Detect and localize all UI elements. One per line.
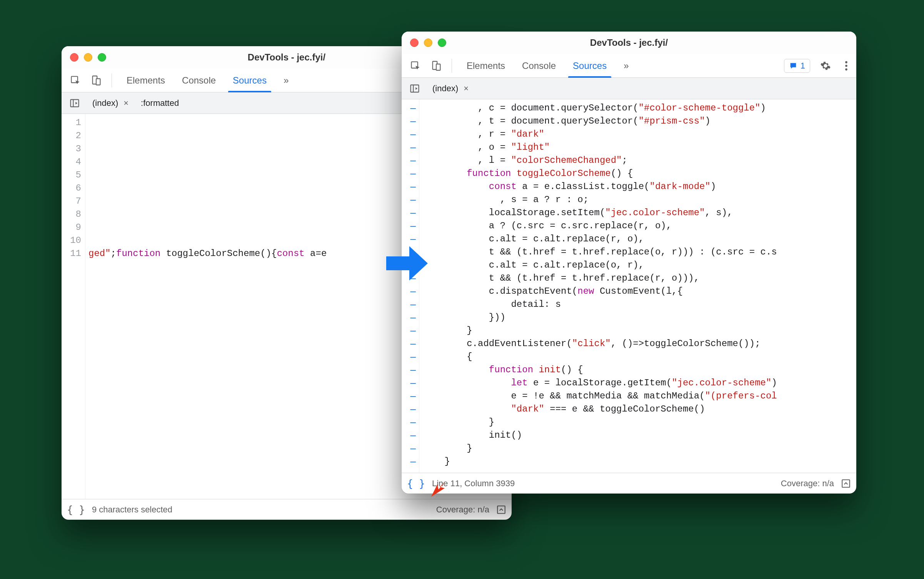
- status-selection: 9 characters selected: [92, 505, 172, 515]
- file-tab-label: :formatted: [141, 98, 179, 108]
- tab-console[interactable]: Console: [514, 54, 564, 77]
- status-bar: { } 9 characters selected Coverage: n/a: [62, 499, 512, 520]
- tab-sources[interactable]: Sources: [224, 69, 275, 92]
- issues-count: 1: [801, 61, 805, 71]
- annotation-arrow-red: [426, 476, 451, 500]
- status-coverage: Coverage: n/a: [781, 479, 834, 489]
- file-tab-formatted[interactable]: :formatted: [137, 96, 183, 110]
- close-icon[interactable]: ×: [123, 98, 128, 108]
- svg-rect-11: [411, 85, 419, 92]
- code-area[interactable]: , c = document.querySelector("#color-sch…: [419, 99, 856, 473]
- pretty-print-icon[interactable]: { }: [407, 478, 425, 489]
- zoom-dot[interactable]: [438, 38, 446, 47]
- svg-point-10: [845, 68, 847, 70]
- file-tab-index[interactable]: (index) ×: [429, 81, 472, 96]
- navigator-toggle-icon[interactable]: [405, 80, 424, 97]
- code-editor[interactable]: ––––––– ––––––– ––––––– ––––––– , c = do…: [402, 99, 856, 473]
- panel-tabs: Elements Console Sources »: [458, 54, 637, 77]
- svg-rect-2: [96, 79, 100, 85]
- devtools-window-right: DevTools - jec.fyi/ Elements Console Sou…: [402, 32, 856, 494]
- tab-elements[interactable]: Elements: [458, 54, 514, 77]
- close-dot[interactable]: [410, 38, 419, 47]
- minimize-dot[interactable]: [424, 38, 432, 47]
- separator: [452, 59, 452, 73]
- panel-tabs: Elements Console Sources »: [118, 69, 297, 92]
- file-tab-index[interactable]: (index) ×: [88, 96, 132, 110]
- svg-rect-12: [842, 480, 850, 487]
- window-title: DevTools - jec.fyi/: [402, 37, 856, 48]
- line-gutter: 123 456 789 1011: [62, 114, 85, 499]
- separator: [112, 74, 112, 87]
- file-tab-label: (index): [92, 98, 118, 108]
- device-icon[interactable]: [427, 57, 445, 74]
- inspect-icon[interactable]: [66, 72, 85, 89]
- close-icon[interactable]: ×: [464, 84, 469, 94]
- kebab-icon[interactable]: [841, 57, 852, 74]
- file-tabstrip: (index) ×: [402, 78, 856, 99]
- collapse-icon[interactable]: [496, 505, 506, 515]
- navigator-toggle-icon[interactable]: [65, 95, 84, 112]
- issues-badge[interactable]: 1: [784, 59, 810, 73]
- tab-sources[interactable]: Sources: [564, 54, 615, 77]
- close-dot[interactable]: [70, 53, 78, 62]
- titlebar[interactable]: DevTools - jec.fyi/: [402, 32, 856, 54]
- status-bar: { } Line 11, Column 3939 Coverage: n/a: [402, 473, 856, 494]
- minimize-dot[interactable]: [84, 53, 92, 62]
- traffic-lights: [410, 38, 446, 47]
- collapse-icon[interactable]: [841, 479, 851, 489]
- traffic-lights: [70, 53, 106, 62]
- file-tab-label: (index): [432, 84, 458, 94]
- tab-console[interactable]: Console: [173, 69, 224, 92]
- tab-elements[interactable]: Elements: [118, 69, 173, 92]
- svg-point-9: [845, 65, 847, 67]
- tab-more[interactable]: »: [275, 69, 297, 92]
- main-toolbar: Elements Console Sources » 1: [402, 54, 856, 78]
- inspect-icon[interactable]: [406, 57, 425, 74]
- gear-icon[interactable]: [816, 57, 835, 74]
- pretty-print-icon[interactable]: { }: [67, 504, 85, 515]
- zoom-dot[interactable]: [98, 53, 106, 62]
- svg-rect-3: [71, 99, 79, 107]
- svg-point-8: [845, 61, 847, 63]
- status-coverage: Coverage: n/a: [436, 505, 489, 515]
- device-icon[interactable]: [87, 72, 105, 89]
- svg-rect-4: [497, 506, 505, 514]
- annotation-arrow-blue: [384, 240, 430, 286]
- svg-rect-7: [436, 64, 440, 70]
- tab-more[interactable]: »: [615, 54, 637, 77]
